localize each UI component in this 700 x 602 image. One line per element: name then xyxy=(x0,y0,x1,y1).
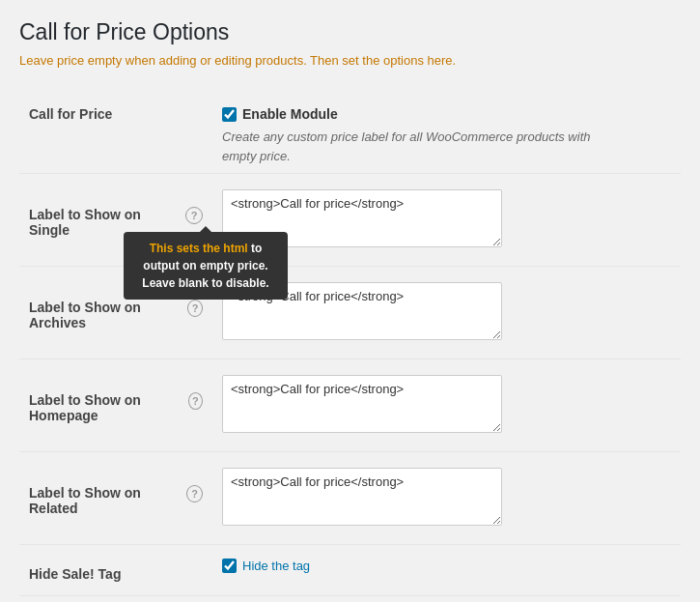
archives-label-input[interactable]: <strong>Call for price</strong> xyxy=(222,282,502,340)
related-control-cell: <strong>Call for price</strong> xyxy=(212,452,681,545)
archives-help-icon[interactable]: ? xyxy=(187,300,203,317)
homepage-label-row: Label to Show on Homepage ? <strong>Call… xyxy=(19,359,681,452)
homepage-label-input[interactable]: <strong>Call for price</strong> xyxy=(222,375,502,433)
related-label-cell: Label to Show on Related ? xyxy=(19,452,212,545)
enable-module-checkbox[interactable] xyxy=(222,107,237,122)
single-textarea-wrapper: <strong>Call for price</strong> xyxy=(222,189,671,250)
enable-module-label-cell: Call for Price xyxy=(19,91,212,174)
single-control-cell: <strong>Call for price</strong> xyxy=(212,174,681,267)
hide-tag-checkbox-row: Hide the tag xyxy=(222,559,671,573)
related-textarea-wrapper: <strong>Call for price</strong> xyxy=(222,468,671,529)
related-label-input[interactable]: <strong>Call for price</strong> xyxy=(222,468,502,526)
archives-label-row: Label to Show on Archives ? <strong>Call… xyxy=(19,267,681,359)
homepage-textarea-wrapper: <strong>Call for price</strong> xyxy=(222,375,671,436)
related-label-text: Label to Show on Related xyxy=(29,485,179,516)
single-tooltip-container: ? This sets the html to output on empty … xyxy=(182,207,203,224)
hide-sale-tag-row: Hide Sale! Tag Hide the tag xyxy=(19,545,681,596)
enable-module-checkbox-label: Enable Module xyxy=(242,106,338,122)
hide-sale-tag-control-cell: Hide the tag xyxy=(212,545,681,596)
enable-module-description: Create any custom price label for all Wo… xyxy=(222,128,628,165)
single-label-text: Label to Show on Single xyxy=(29,207,178,238)
homepage-control-cell: <strong>Call for price</strong> xyxy=(212,359,681,452)
single-label-cell: Label to Show on Single ? This sets the … xyxy=(19,174,212,267)
enable-module-checkbox-row: Enable Module xyxy=(222,106,671,122)
enable-module-row: Call for Price Enable Module Create any … xyxy=(19,91,681,174)
hide-sale-tag-label-cell: Hide Sale! Tag xyxy=(19,545,212,596)
hide-sale-tag-label: Hide Sale! Tag xyxy=(29,566,121,582)
hide-tag-checkbox[interactable] xyxy=(222,559,237,573)
archives-control-cell: <strong>Call for price</strong> xyxy=(212,267,681,359)
single-label-input[interactable]: <strong>Call for price</strong> xyxy=(222,189,502,247)
page-subtitle: Leave price empty when adding or editing… xyxy=(19,53,681,68)
page-title: Call for Price Options xyxy=(19,19,681,45)
archives-label-text: Label to Show on Archives xyxy=(29,300,180,330)
homepage-label-text: Label to Show on Homepage xyxy=(29,392,181,423)
homepage-help-icon[interactable]: ? xyxy=(188,392,203,410)
related-label-row: Label to Show on Related ? <strong>Call … xyxy=(19,452,681,545)
hide-tag-checkbox-label: Hide the tag xyxy=(242,559,310,573)
single-help-icon[interactable]: ? xyxy=(185,207,203,224)
settings-table: Call for Price Enable Module Create any … xyxy=(19,91,681,596)
single-label-row: Label to Show on Single ? This sets the … xyxy=(19,174,681,267)
related-help-icon[interactable]: ? xyxy=(186,485,203,502)
homepage-label-cell: Label to Show on Homepage ? xyxy=(19,359,212,452)
archives-label-cell: Label to Show on Archives ? xyxy=(19,267,212,359)
enable-module-label: Call for Price xyxy=(29,106,112,122)
enable-module-control-cell: Enable Module Create any custom price la… xyxy=(212,91,681,174)
archives-textarea-wrapper: <strong>Call for price</strong> xyxy=(222,282,671,343)
